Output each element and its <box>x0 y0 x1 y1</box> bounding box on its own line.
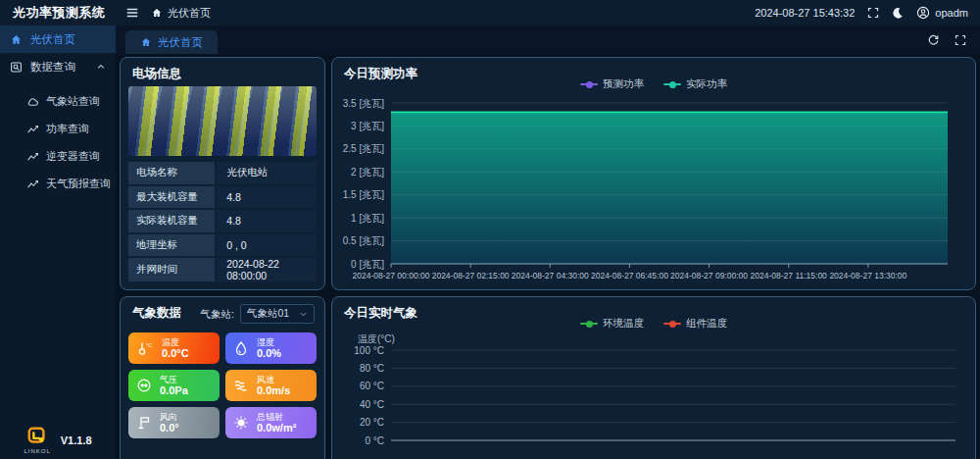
row-value: 2024-08-22 08:00:00 <box>217 258 317 281</box>
header-datetime: 2024-08-27 15:43:32 <box>755 7 855 19</box>
svg-text:2024-08-27 00:00:00: 2024-08-27 00:00:00 <box>353 271 430 280</box>
svg-text:3 [兆瓦]: 3 [兆瓦] <box>351 121 384 131</box>
legend-label: 环境温度 <box>603 317 644 331</box>
svg-text:2024-08-27 11:15:00: 2024-08-27 11:15:00 <box>751 271 828 280</box>
svg-text:3.5 [兆瓦]: 3.5 [兆瓦] <box>343 98 384 109</box>
app-root: 光功率预测系统 光伏首页 2024-08-27 15:43:32 <box>0 0 980 459</box>
row-label: 最大装机容量 <box>128 186 217 209</box>
sidebar-item-power-query[interactable]: 功率查询 <box>0 116 116 141</box>
card-label: 风速 <box>257 375 290 384</box>
panel-field-info: 电场信息 电场名称 光伏电站 最大装机容量 4.8 实际装机容量 4.8 地理坐… <box>120 57 325 290</box>
breadcrumb-label: 光伏首页 <box>168 6 211 21</box>
username: opadm <box>935 7 968 19</box>
station-select-value: 气象站01 <box>247 307 289 321</box>
legend-item-forecast-power[interactable]: 预测功率 <box>580 77 644 91</box>
svg-text:温度(°C): 温度(°C) <box>358 333 395 344</box>
logo-text: LINKOL <box>24 448 50 454</box>
legend-item-module-temp[interactable]: 组件温度 <box>663 317 727 331</box>
sidebar-item-label: 数据查询 <box>30 60 75 75</box>
thermometer-icon: °C <box>136 340 154 356</box>
card-label: 气压 <box>160 375 188 384</box>
row-value: 光伏电站 <box>217 162 317 184</box>
chevron-up-icon <box>96 62 106 72</box>
panel-power-forecast: 今日预测功率 预测功率 实际功率 0 [兆瓦]0.5 [兆瓦]1 [兆瓦]1.5… <box>331 57 976 290</box>
sidebar-item-inverter-query[interactable]: 逆变器查询 <box>0 143 116 169</box>
chart-legend: 预测功率 实际功率 <box>332 77 975 91</box>
fullscreen-icon[interactable] <box>867 7 879 19</box>
station-select[interactable]: 气象站01 <box>240 304 315 324</box>
card-wind-direction: 风向0.0° <box>128 407 220 438</box>
chevron-down-icon <box>299 310 308 319</box>
card-wind-speed: 风速0.0m/s <box>225 370 317 401</box>
row-label: 地理坐标 <box>128 234 217 257</box>
chart-legend: 环境温度 组件温度 <box>332 317 975 331</box>
user-avatar-icon <box>916 6 930 20</box>
svg-text:0.5 [兆瓦]: 0.5 [兆瓦] <box>343 235 384 246</box>
line-chart-icon <box>26 178 39 190</box>
row-value: 4.8 <box>217 186 317 209</box>
legend-label: 组件温度 <box>686 317 727 331</box>
panel-title: 电场信息 <box>132 66 181 82</box>
svg-text:40 °C: 40 °C <box>360 399 384 410</box>
svg-text:2024-08-27 06:45:00: 2024-08-27 06:45:00 <box>591 271 668 280</box>
top-bar: 光功率预测系统 光伏首页 2024-08-27 15:43:32 <box>0 0 980 26</box>
realtime-weather-chart[interactable]: 0 °C20 °C40 °C60 °C80 °C100 °C温度(°C) <box>340 331 967 450</box>
row-label: 电场名称 <box>128 162 217 184</box>
row-label: 并网时间 <box>128 258 217 281</box>
refresh-icon[interactable] <box>927 33 940 46</box>
fullscreen-icon[interactable] <box>955 34 966 46</box>
sidebar-item-label: 逆变器查询 <box>46 149 100 164</box>
sidebar-item-home[interactable]: 光伏首页 <box>0 26 116 53</box>
sidebar: 光伏首页 数据查询 气象站查询 功率查询 <box>0 26 116 459</box>
card-value: 0.0w/m² <box>257 422 296 434</box>
card-pressure: 气压0.0Pa <box>128 370 220 401</box>
sidebar-item-label: 光伏首页 <box>30 32 75 47</box>
card-humidity: 湿度0.0% <box>225 332 317 364</box>
weather-cloud-icon <box>26 95 39 108</box>
sidebar-item-weather-forecast-query[interactable]: 天气预报查询 <box>0 171 116 196</box>
legend-label: 预测功率 <box>603 77 644 91</box>
svg-text:100 °C: 100 °C <box>354 345 384 356</box>
svg-text:2.5 [兆瓦]: 2.5 [兆瓦] <box>343 143 384 154</box>
power-forecast-chart[interactable]: 0 [兆瓦]0.5 [兆瓦]1 [兆瓦]1.5 [兆瓦]2 [兆瓦]2.5 [兆… <box>340 91 967 287</box>
svg-text:20 °C: 20 °C <box>360 417 384 428</box>
sidebar-item-weather-station-query[interactable]: 气象站查询 <box>0 88 116 114</box>
svg-text:0 [兆瓦]: 0 [兆瓦] <box>351 259 384 270</box>
row-value: 0 , 0 <box>217 234 317 257</box>
legend-item-ambient-temp[interactable]: 环境温度 <box>580 317 644 331</box>
legend-label: 实际功率 <box>686 77 727 91</box>
sidebar-item-data-query[interactable]: 数据查询 <box>0 53 116 80</box>
card-temperature: °C 温度0.0°C <box>128 332 220 364</box>
row-label: 实际装机容量 <box>128 210 217 232</box>
card-value: 0.0Pa <box>160 384 188 397</box>
droplet-icon <box>233 340 249 356</box>
panel-weather-data: 气象数据 气象站: 气象站01 °C 温度0.0°C <box>120 296 325 459</box>
breadcrumb[interactable]: 光伏首页 <box>151 6 211 21</box>
table-row: 最大装机容量 4.8 <box>128 186 317 211</box>
card-label: 风向 <box>160 412 179 422</box>
user-menu[interactable]: opadm <box>916 6 968 20</box>
legend-item-actual-power[interactable]: 实际功率 <box>663 77 727 91</box>
card-label: 温度 <box>162 337 189 347</box>
dark-mode-moon-icon[interactable] <box>892 7 904 19</box>
tab-home[interactable]: 光伏首页 <box>125 30 218 54</box>
field-info-table: 电场名称 光伏电站 最大装机容量 4.8 实际装机容量 4.8 地理坐标 0 ,… <box>128 162 317 281</box>
menu-toggle-icon[interactable] <box>125 6 139 20</box>
card-value: 0.0° <box>160 422 179 434</box>
app-version: V1.1.8 <box>61 434 92 446</box>
svg-text:2024-08-27 09:00:00: 2024-08-27 09:00:00 <box>670 271 748 280</box>
home-icon <box>140 36 152 48</box>
row-value: 4.8 <box>217 210 317 232</box>
home-icon <box>10 33 23 46</box>
main-content: 电场信息 电场名称 光伏电站 最大装机容量 4.8 实际装机容量 4.8 地理坐… <box>116 54 980 459</box>
card-label: 总辐射 <box>257 412 296 422</box>
svg-text:1.5 [兆瓦]: 1.5 [兆瓦] <box>343 189 384 200</box>
station-label: 气象站: <box>201 308 234 322</box>
card-value: 0.0% <box>257 347 281 360</box>
card-value: 0.0m/s <box>257 384 290 397</box>
card-total-radiation: 总辐射0.0w/m² <box>225 407 317 438</box>
tab-label: 光伏首页 <box>158 35 203 50</box>
wind-icon <box>233 378 249 393</box>
svg-text:2024-08-27 04:30:00: 2024-08-27 04:30:00 <box>512 271 589 280</box>
svg-text:2024-08-27 02:15:00: 2024-08-27 02:15:00 <box>432 271 510 280</box>
